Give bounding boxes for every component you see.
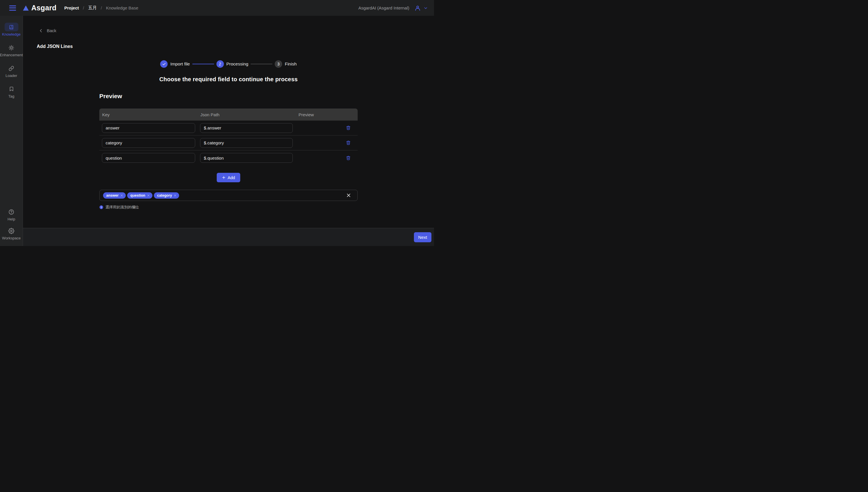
column-header-preview: Preview [296,112,358,117]
delete-row-button[interactable] [345,125,351,131]
step-label: Processing [226,62,249,67]
identifier-hint: 選擇用於識別的欄位 [99,205,358,210]
wizard-content: Import file 2 Processing 3 Finish Choose… [99,60,358,210]
tag-chip-answer[interactable]: answer [103,192,126,199]
chevron-down-icon [424,6,428,10]
table-row [99,136,358,150]
bookmark-icon [9,87,14,92]
remove-tag-icon[interactable] [147,194,150,197]
breadcrumb-separator: / [101,5,102,10]
wizard-footer: Next [23,228,434,246]
back-button[interactable]: Back [39,28,56,33]
tag-chip-label: answer [106,194,119,197]
key-input[interactable] [102,138,195,148]
page-title: Add JSON Lines [37,44,434,49]
tag-chip-question[interactable]: question [127,192,152,199]
clear-all-tags-button[interactable] [346,192,352,198]
sidebar-item-label: Knowledge [2,32,20,36]
column-header-key: Key [99,112,197,117]
help-icon [8,209,14,215]
step-import-file[interactable]: Import file [160,60,190,68]
sidebar-item-help[interactable]: Help [0,207,23,221]
preview-section-title: Preview [99,93,358,100]
sidebar-item-knowledge[interactable]: Knowledge [0,23,23,36]
main-content: Back Add JSON Lines Import file 2 Proces… [23,16,434,228]
top-bar: Asgard Project / 五月 / Knowledge Base Asg… [0,0,434,16]
next-button[interactable]: Next [414,232,431,242]
table-header-row: Key Json Path Preview [99,108,358,121]
step-connector-done [192,64,214,64]
topbar-right: AsgardAI (Asgard Internal) [358,5,428,11]
plus-icon [222,176,226,179]
identifier-field-select[interactable]: answer question category [99,190,358,201]
remove-tag-icon[interactable] [120,194,123,197]
hamburger-menu-icon[interactable] [9,5,16,10]
trash-icon [346,140,351,145]
breadcrumb-folder[interactable]: 五月 [88,5,97,10]
breadcrumb: Project / 五月 / Knowledge Base [64,5,138,10]
trash-icon [346,125,351,130]
add-button-label: Add [228,175,235,180]
app-window: Asgard Project / 五月 / Knowledge Base Asg… [0,0,434,246]
link-icon [8,66,14,71]
step-label: Finish [285,62,297,67]
stepper: Import file 2 Processing 3 Finish [99,60,358,68]
brand-name: Asgard [31,4,56,12]
add-row-container: Add [99,173,358,182]
step-label: Import file [170,62,190,67]
triangle-logo-icon [23,5,29,10]
key-input[interactable] [102,153,195,163]
json-path-input[interactable] [200,123,293,133]
step-processing[interactable]: 2 Processing [217,60,249,68]
breadcrumb-separator: / [83,5,84,10]
sidebar-item-label: Loader [5,73,17,78]
sidebar-item-tag[interactable]: Tag [0,85,23,98]
column-header-json-path: Json Path [197,112,296,117]
step-connector-pending [251,64,272,64]
tag-chip-category[interactable]: category [154,192,179,199]
gear-icon [8,228,14,234]
user-menu-button[interactable] [415,5,428,11]
step-pending-circle: 3 [275,60,282,68]
book-icon [9,25,14,29]
check-icon [162,62,166,66]
json-path-input[interactable] [200,153,293,163]
add-field-button[interactable]: Add [217,173,240,182]
sidebar-item-label: Enhancement [0,53,23,57]
chevron-left-icon [39,29,43,33]
step-finish[interactable]: 3 Finish [275,60,297,68]
tag-chip-label: question [130,194,145,197]
breadcrumb-current: Knowledge Base [106,5,138,10]
breadcrumb-project[interactable]: Project [64,5,79,10]
sidebar-item-label: Tag [8,94,14,98]
delete-row-button[interactable] [345,140,351,146]
sidebar-item-workspace[interactable]: Workspace [0,226,23,240]
step-active-circle: 2 [217,60,224,68]
hint-text: 選擇用於識別的欄位 [105,205,139,210]
step-instruction: Choose the required field to continue th… [99,76,358,83]
field-mapping-table: Key Json Path Preview [99,108,358,165]
back-label: Back [47,28,56,33]
selected-tags: answer question category [103,192,179,199]
sun-icon [8,45,14,51]
tag-chip-label: category [157,194,172,197]
delete-row-button[interactable] [345,155,351,161]
remove-tag-icon[interactable] [174,194,176,197]
table-row [99,121,358,136]
key-input[interactable] [102,123,195,133]
info-icon [99,205,103,209]
sidebar-item-label: Workspace [2,236,21,240]
trash-icon [346,155,351,161]
brand-logo[interactable]: Asgard [23,4,56,12]
table-row [99,150,358,165]
json-path-input[interactable] [200,138,293,148]
user-icon [415,5,421,11]
sidebar-item-label: Help [7,217,15,221]
step-done-circle [160,60,168,68]
sidebar-item-enhancement[interactable]: Enhancement [0,43,23,57]
close-icon [346,193,351,198]
sidebar-item-loader[interactable]: Loader [0,64,23,78]
account-name: AsgardAI (Asgard Internal) [358,5,409,10]
sidebar: Knowledge Enhancement Loader Tag Help [0,16,23,246]
